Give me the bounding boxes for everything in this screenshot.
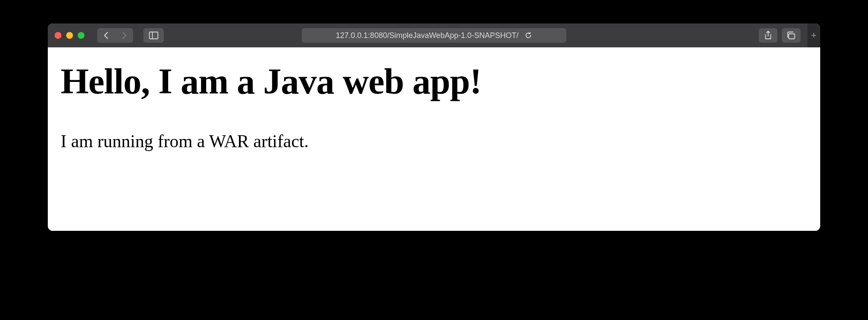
address-bar[interactable]: 127.0.0.1:8080/SimpleJavaWebApp-1.0-SNAP… bbox=[302, 28, 566, 43]
close-window-button[interactable] bbox=[55, 32, 61, 39]
tabs-icon bbox=[786, 31, 796, 40]
share-button[interactable] bbox=[759, 28, 778, 43]
maximize-window-button[interactable] bbox=[78, 32, 84, 39]
sidebar-icon bbox=[149, 32, 158, 39]
title-bar: 127.0.0.1:8080/SimpleJavaWebApp-1.0-SNAP… bbox=[48, 23, 820, 47]
reload-icon[interactable] bbox=[524, 32, 532, 39]
chevron-right-icon bbox=[121, 32, 127, 39]
page-paragraph: I am running from a WAR artifact. bbox=[61, 131, 807, 151]
browser-window: 127.0.0.1:8080/SimpleJavaWebApp-1.0-SNAP… bbox=[48, 23, 820, 231]
share-icon bbox=[764, 31, 772, 40]
show-sidebar-button[interactable] bbox=[143, 28, 164, 43]
show-tabs-button[interactable] bbox=[782, 28, 801, 43]
toolbar-right: + bbox=[759, 23, 813, 47]
forward-button[interactable] bbox=[115, 28, 133, 43]
nav-buttons bbox=[97, 28, 133, 43]
page-heading: Hello, I am a Java web app! bbox=[61, 60, 807, 102]
traffic-lights bbox=[55, 32, 84, 39]
svg-rect-0 bbox=[149, 32, 158, 39]
svg-rect-2 bbox=[789, 34, 795, 39]
back-button[interactable] bbox=[97, 28, 115, 43]
minimize-window-button[interactable] bbox=[66, 32, 73, 39]
chevron-left-icon bbox=[103, 32, 109, 39]
new-tab-button[interactable]: + bbox=[807, 23, 820, 47]
plus-icon: + bbox=[811, 30, 817, 41]
url-text: 127.0.0.1:8080/SimpleJavaWebApp-1.0-SNAP… bbox=[336, 31, 518, 40]
page-content: Hello, I am a Java web app! I am running… bbox=[48, 47, 820, 231]
